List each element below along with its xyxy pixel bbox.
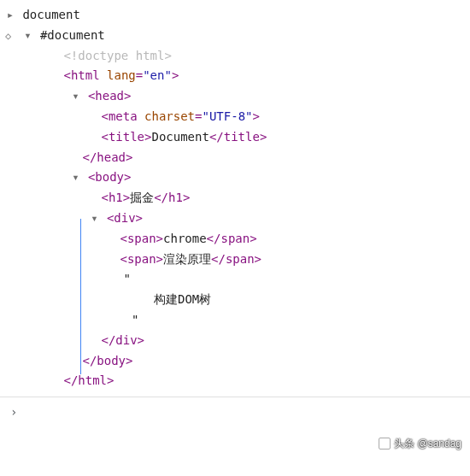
tree-row-doctype[interactable]: <!doctype html> [0,46,470,67]
tree-row-text-node[interactable]: 构建DOM树 [0,290,470,310]
chevron-down-icon[interactable] [89,209,99,229]
chevron-right-icon[interactable] [5,5,15,26]
tree-row-head-open[interactable]: <head> [0,86,470,107]
tree-row-head-close[interactable]: </head> [0,148,470,168]
tree-row-quote-open[interactable]: " [0,269,470,290]
elements-tree: document #document <!doctype html> <html… [0,0,470,397]
tree-row-body-close[interactable]: </body> [0,351,470,372]
selection-marker-icon [5,27,15,44]
tree-row-title[interactable]: <title>Document</title> [0,127,470,148]
tree-row-body-open[interactable]: <body> [0,167,470,188]
tree-row-div-open[interactable]: <div> [0,209,470,229]
watermark: 头条 @sandag [379,435,461,452]
breadcrumb-bar[interactable]: › [0,397,470,428]
watermark-icon [379,438,391,450]
tree-row-document[interactable]: document [0,5,470,26]
tree-row-html-close[interactable]: </html> [0,371,470,391]
tree-row-div-close[interactable]: </div> [0,331,470,351]
tree-row-span2[interactable]: <span>渲染原理</span> [0,250,470,270]
tree-row-span1[interactable]: <span>chrome</span> [0,229,470,250]
tree-row-meta[interactable]: <meta charset="UTF-8"> [0,107,470,127]
chevron-down-icon[interactable] [70,167,80,188]
watermark-text: 头条 @sandag [394,435,461,452]
tree-row-html-open[interactable]: <html lang="en"> [0,66,470,86]
tree-row-quote-close[interactable]: " [0,310,470,331]
tree-row-h1[interactable]: <h1>掘金</h1> [0,188,470,209]
breadcrumb-chevron-icon: › [10,405,17,419]
node-label: document [22,8,79,21]
chevron-down-icon[interactable] [70,86,80,107]
tree-row-shadow-document[interactable]: #document [0,26,470,46]
doctype-node: <!doctype html> [63,49,171,62]
node-label: #document [40,28,105,42]
selection-guide-line [80,219,81,374]
chevron-down-icon[interactable] [22,26,32,46]
